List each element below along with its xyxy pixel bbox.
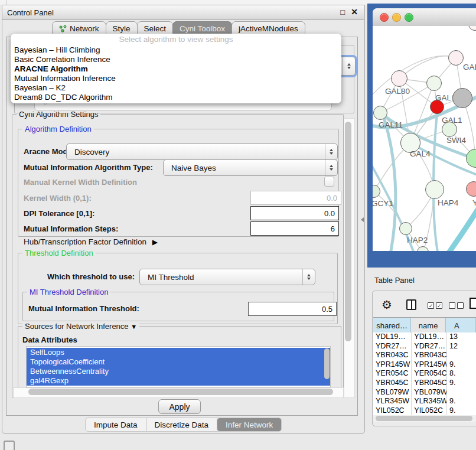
table-row[interactable]: YPR145WYPR145W9. (373, 360, 476, 370)
table-horizontal-scrollbar-thumb[interactable] (376, 416, 472, 421)
node-label-swi4: SWI4 (446, 136, 466, 145)
panel-collapse-arrow-icon[interactable] (361, 217, 364, 222)
dpi-tolerance-field[interactable]: 0.0 (250, 206, 339, 220)
column-header-name[interactable]: name (411, 318, 446, 333)
table-row[interactable]: YBR043CYBR043C (373, 351, 476, 360)
network-node[interactable] (452, 88, 472, 108)
algorithm-option-mutual-information-inference[interactable]: Mutual Information Inference (11, 74, 341, 83)
table-row[interactable]: YDL19…YDL19…13 (373, 332, 476, 342)
network-node-gal10[interactable] (426, 76, 442, 91)
settings-horizontal-scrollbar-thumb[interactable] (28, 389, 333, 395)
table-cell[interactable]: 13 (447, 332, 476, 342)
table-cell[interactable]: YDR27… (373, 342, 412, 351)
table-row[interactable]: YBL079WYBL079W (373, 388, 476, 397)
network-node-gal1[interactable] (430, 100, 444, 114)
algorithm-option-bayesian-k2[interactable]: Bayesian – K2 (11, 83, 341, 93)
which-threshold-combobox[interactable]: MI Threshold (139, 269, 315, 285)
table-cell[interactable] (447, 351, 476, 360)
table-cell[interactable]: YBL079W (373, 388, 412, 397)
table-cell[interactable]: YDR27… (412, 342, 447, 351)
algorithm-option-aracne-algorithm[interactable]: ARACNE Algorithm (11, 64, 341, 74)
mi-steps-field[interactable]: 6 (250, 221, 339, 236)
network-node-hap2[interactable] (399, 222, 412, 235)
hub-definition-expander[interactable]: Hub/Transcription Factor Definition ▶ (24, 237, 158, 246)
gear-icon[interactable]: ⚙ (382, 298, 392, 312)
table-row[interactable]: YLR345WYLR345W9. (373, 397, 476, 406)
network-edge-teal[interactable] (383, 116, 396, 251)
aracne-mode-combobox[interactable]: Discovery (66, 144, 338, 160)
table-cell[interactable]: YBR045C (373, 379, 412, 388)
algorithm-option-basic-correlation-inference[interactable]: Basic Correlation Inference (11, 55, 341, 64)
network-node-gal11[interactable] (373, 106, 387, 120)
bottom-tab-impute-data[interactable]: Impute Data (86, 418, 146, 431)
table-cell[interactable]: YLR345W (412, 397, 447, 406)
zoom-traffic-light-icon[interactable] (405, 13, 413, 22)
table-cell[interactable]: YLR345W (373, 397, 412, 406)
table-cell[interactable]: 8. (447, 369, 476, 379)
document-icon[interactable] (470, 298, 476, 309)
table-cell[interactable]: 9. (447, 379, 476, 388)
network-node-hap4[interactable] (425, 180, 444, 199)
table-row[interactable]: YBR045CYBR045C9. (373, 379, 476, 388)
table-cell[interactable]: YDL19… (412, 332, 447, 342)
table-cell[interactable]: YPR145W (373, 360, 412, 370)
bottom-tabs: Impute DataDiscretize DataInfer Network (85, 418, 282, 432)
close-traffic-light-icon[interactable] (380, 13, 389, 22)
close-icon[interactable]: ✕ (351, 7, 358, 17)
network-edge-teal[interactable] (433, 98, 439, 251)
table-cell[interactable]: 9. (447, 397, 476, 406)
column-header-a[interactable]: A (446, 318, 476, 333)
column-header-shared-[interactable]: shared… (373, 318, 411, 333)
mi-threshold-field[interactable]: 0.5 (248, 302, 337, 316)
apply-button[interactable]: Apply (158, 399, 201, 414)
table-body: YDL19…YDL19…13YDR27…YDR27…12YBR043CYBR04… (373, 332, 476, 415)
network-node-swi4[interactable] (442, 122, 457, 137)
table-cell[interactable]: YBR043C (412, 351, 447, 360)
bottom-tab-discretize-data[interactable]: Discretize Data (146, 418, 218, 431)
table-cell[interactable]: YIL052C (373, 406, 412, 415)
unchecked-pair-icon[interactable] (449, 302, 464, 309)
bottom-tab-infer-network[interactable]: Infer Network (217, 418, 281, 431)
attribute-item-betweennesscentrality[interactable]: BetweennessCentrality (27, 367, 330, 376)
table-cell[interactable]: YDL19… (373, 332, 412, 342)
table-cell[interactable]: 12 (447, 342, 476, 351)
network-canvas[interactable]: GALGAL80GAL10GAL1GAL11SWI4GAL4GCY1HAP4YH… (373, 26, 476, 251)
checkbox-unchecked-icon (457, 302, 464, 309)
data-attributes-scrollbar-thumb[interactable] (324, 348, 330, 379)
table-row[interactable]: YER054CYER054C8. (373, 369, 476, 379)
minimize-traffic-light-icon[interactable] (392, 13, 401, 22)
table-cell[interactable]: 9. (447, 406, 476, 415)
expand-right-icon[interactable]: ▶ (149, 238, 158, 246)
checked-pair-icon[interactable]: ✓ ✓ (428, 302, 442, 309)
combo-stepper-icon (302, 269, 315, 285)
table-cell[interactable] (447, 388, 476, 397)
attribute-item-gal4rgexp[interactable]: gal4RGexp (27, 376, 330, 386)
minimized-panel-icon[interactable] (4, 441, 15, 450)
table-cell[interactable]: YPR145W (412, 360, 447, 370)
table-cell[interactable]: YBR043C (373, 351, 412, 360)
manual-kernel-width-checkbox[interactable] (324, 177, 334, 187)
kernel-width-field[interactable]: 0.0 (250, 191, 341, 205)
table-cell[interactable]: YER054C (373, 369, 412, 379)
network-window-titlebar[interactable] (373, 8, 476, 27)
float-window-icon[interactable]: □ (340, 8, 345, 17)
mi-algorithm-type-combobox[interactable]: Naive Bayes (163, 159, 338, 176)
columns-icon[interactable] (406, 299, 416, 310)
attribute-item-selfloops[interactable]: SelfLoops (27, 348, 330, 357)
network-node-gal[interactable] (448, 50, 464, 66)
table-cell[interactable]: YBL079W (412, 388, 447, 397)
table-cell[interactable]: YBR045C (412, 379, 447, 388)
table-row[interactable]: YIL052CYIL052C9. (373, 406, 476, 415)
algorithm-option-bayesian-hill-climbing[interactable]: Bayesian – Hill Climbing (11, 45, 341, 55)
table-row[interactable]: YDR27…YDR27…12 (373, 342, 476, 351)
settings-vertical-scrollbar-thumb[interactable] (345, 122, 351, 341)
collapse-down-icon[interactable]: ▼ (131, 323, 137, 330)
network-node-gal80[interactable] (391, 70, 407, 87)
table-cell[interactable]: 9. (447, 360, 476, 370)
data-attributes-list[interactable]: SelfLoopsTopologicalCoefficientBetweenne… (26, 346, 331, 387)
table-cell[interactable]: YIL052C (412, 406, 447, 415)
algorithm-option-dream8-dc-tdc-algorithm[interactable]: Dream8 DC_TDC Algorithm (11, 93, 341, 102)
attribute-item-topologicalcoefficient[interactable]: TopologicalCoefficient (27, 357, 330, 367)
control-panel-titlebar: Control Panel □ ✕ (2, 5, 364, 20)
table-cell[interactable]: YER054C (412, 369, 447, 379)
